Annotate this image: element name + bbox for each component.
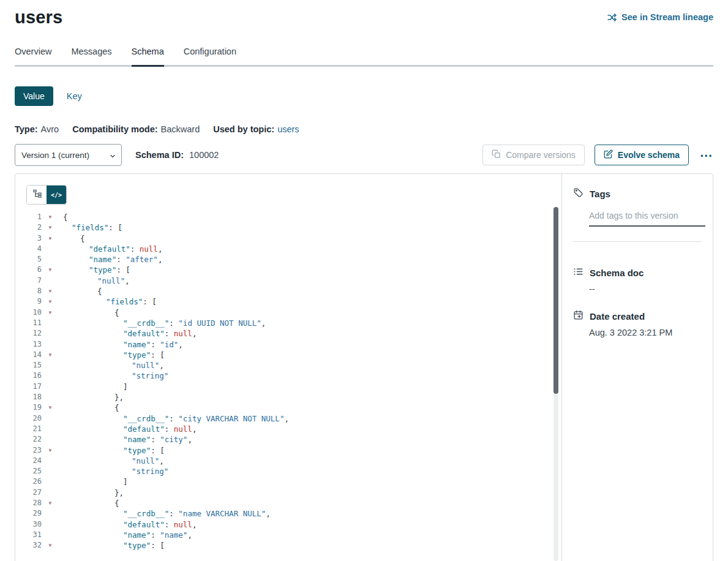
code-text: "null", <box>56 360 164 371</box>
schema-panel: </> 1▼{2▼"fields": [3▼{4"default": null,… <box>15 173 713 561</box>
code-line: 14▼"type": [ <box>15 350 561 360</box>
line-number: 16 <box>15 371 45 381</box>
code-line: 9▼"fields": [ <box>15 296 561 307</box>
code-text: { <box>56 286 102 296</box>
code-line: 28▼{ <box>15 498 561 508</box>
compare-versions-button[interactable]: Compare versions <box>482 145 585 165</box>
schema-doc-header: Schema doc <box>573 266 702 279</box>
code-view-button[interactable]: </> <box>47 186 66 204</box>
code-line: 2▼"fields": [ <box>15 222 561 233</box>
value-toggle-button[interactable]: Value <box>15 86 53 106</box>
compare-icon <box>492 149 501 160</box>
fold-spacer <box>45 318 56 328</box>
line-number: 22 <box>15 434 45 445</box>
code-line: 21"default": null, <box>15 424 561 434</box>
code-lines: 1▼{2▼"fields": [3▼{4"default": null,5"na… <box>15 212 561 551</box>
line-number: 30 <box>15 519 45 530</box>
schema-sidebar: Tags Schema doc -- <box>562 174 713 561</box>
type-value: Avro <box>41 124 59 134</box>
editor-scrollbar[interactable] <box>554 207 558 561</box>
fold-caret-icon[interactable]: ▼ <box>45 402 56 413</box>
fold-caret-icon[interactable]: ▼ <box>45 296 56 307</box>
schema-id-value: 100002 <box>189 150 219 160</box>
tree-view-button[interactable] <box>27 186 47 204</box>
code-text: "__crdb__": "name VARCHAR NULL", <box>56 508 271 519</box>
code-line: 5"name": "after", <box>15 254 561 265</box>
code-line: 10▼{ <box>15 307 561 318</box>
evolve-schema-button[interactable]: Evolve schema <box>595 145 689 165</box>
stream-lineage-label: See in Stream lineage <box>621 12 713 22</box>
line-number: 28 <box>15 498 45 508</box>
scrollbar-thumb[interactable] <box>554 207 558 394</box>
code-text: "fields": [ <box>56 222 122 233</box>
line-number: 25 <box>15 466 45 476</box>
code-line: 16"string" <box>15 371 561 381</box>
fold-caret-icon[interactable]: ▼ <box>45 265 56 275</box>
schema-doc-title: Schema doc <box>590 268 644 278</box>
fold-spacer <box>45 424 56 434</box>
code-text: "default": null, <box>56 424 197 434</box>
fold-spacer <box>45 371 56 381</box>
stream-lineage-link[interactable]: See in Stream lineage <box>607 12 713 23</box>
fold-spacer <box>45 413 56 424</box>
code-line: 32▼"type": [ <box>15 540 561 551</box>
schema-doc-value: -- <box>589 284 702 294</box>
fold-caret-icon[interactable]: ▼ <box>45 233 56 244</box>
line-number: 3 <box>15 233 45 244</box>
code-line: 7"null", <box>15 276 561 286</box>
topic-link[interactable]: users <box>277 124 299 134</box>
code-line: 15"null", <box>15 360 561 371</box>
fold-caret-icon[interactable]: ▼ <box>45 350 56 360</box>
fold-caret-icon[interactable]: ▼ <box>45 540 56 551</box>
line-number: 26 <box>15 476 45 487</box>
tab-overview[interactable]: Overview <box>15 47 51 65</box>
tab-messages[interactable]: Messages <box>71 47 111 65</box>
code-text: }, <box>56 488 124 498</box>
fold-spacer <box>45 360 56 371</box>
code-line: 6▼"type": [ <box>15 265 561 275</box>
line-number: 4 <box>15 244 45 254</box>
code-text: "fields": [ <box>56 296 157 307</box>
fold-spacer <box>45 488 56 498</box>
tab-schema[interactable]: Schema <box>132 47 164 65</box>
fold-caret-icon[interactable]: ▼ <box>45 222 56 233</box>
date-created-title: Date created <box>590 311 645 322</box>
tree-view-icon <box>32 189 42 200</box>
key-toggle-link[interactable]: Key <box>67 91 82 101</box>
code-line: 24"null", <box>15 456 561 466</box>
schema-id: Schema ID: 100002 <box>135 150 219 160</box>
fold-caret-icon[interactable]: ▼ <box>45 307 56 318</box>
code-text: "default": null, <box>56 244 162 254</box>
fold-caret-icon[interactable]: ▼ <box>45 445 56 456</box>
fold-caret-icon[interactable]: ▼ <box>45 212 56 222</box>
fold-caret-icon[interactable]: ▼ <box>45 286 56 296</box>
code-text: "name": "after", <box>56 254 162 265</box>
version-select-wrap: Version 1 (current) <box>15 144 122 166</box>
code-line: 12"default": null, <box>15 328 561 339</box>
compat-label: Compatibility mode: <box>72 124 157 134</box>
code-line: 27}, <box>15 488 561 498</box>
code-text: "string" <box>56 466 168 476</box>
add-tags-input[interactable] <box>589 209 705 227</box>
code-line: 23▼"type": [ <box>15 445 561 456</box>
more-actions-button[interactable]: ⋯ <box>700 149 713 162</box>
fold-spacer <box>45 456 56 466</box>
code-text: { <box>56 402 119 413</box>
type-label: Type: <box>15 124 38 134</box>
tab-configuration[interactable]: Configuration <box>184 47 236 65</box>
line-number: 15 <box>15 360 45 371</box>
schema-editor: </> 1▼{2▼"fields": [3▼{4"default": null,… <box>15 174 562 561</box>
fold-spacer <box>45 328 56 339</box>
code-line: 22"name": "city", <box>15 434 561 445</box>
line-number: 17 <box>15 382 45 392</box>
code-text: ] <box>56 382 128 392</box>
line-number: 24 <box>15 456 45 466</box>
code-text: { <box>56 498 119 508</box>
code-line: 31"name": "name", <box>15 530 561 540</box>
fold-caret-icon[interactable]: ▼ <box>45 498 56 508</box>
version-select[interactable]: Version 1 (current) <box>15 144 122 166</box>
schema-doc-section: Schema doc -- <box>573 266 702 294</box>
line-number: 19 <box>15 402 45 413</box>
line-number: 13 <box>15 339 45 350</box>
evolve-icon <box>604 149 613 160</box>
